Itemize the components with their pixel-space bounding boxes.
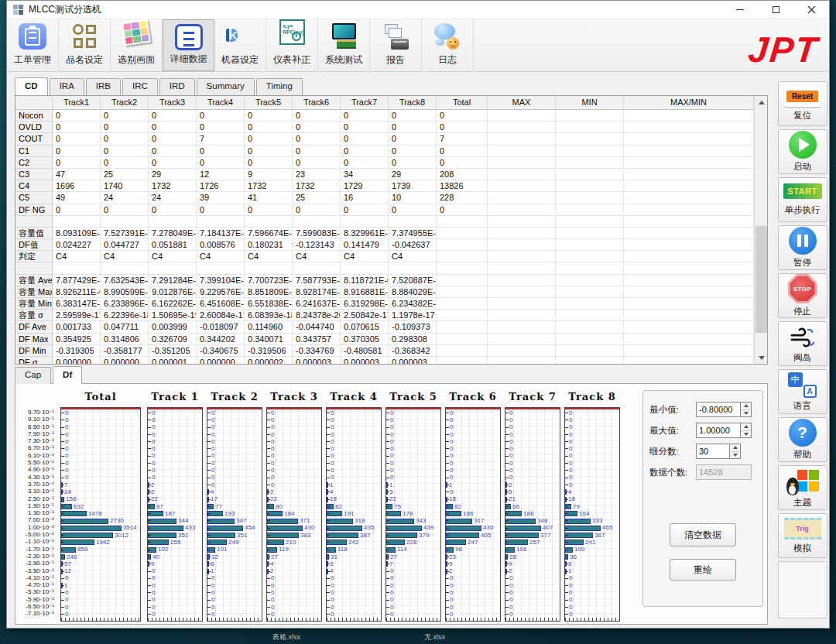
tab-cap[interactable]: Cap: [15, 367, 51, 384]
axis-tick-icon: [267, 499, 270, 500]
plot-frame: 0000000000222287187344433351255102409000…: [147, 407, 203, 622]
bin-count-label: 439: [423, 525, 433, 531]
axis-tick-icon: [207, 585, 211, 586]
min-value-spinner[interactable]: [741, 402, 752, 417]
cell: 7.877429E-06: [53, 275, 101, 286]
bin-count-label: 0: [152, 597, 155, 603]
bins-spinner[interactable]: [730, 444, 741, 459]
toolbar-button-sorting-screen[interactable]: 选别画面: [111, 19, 163, 71]
maximize-button[interactable]: [758, 1, 793, 19]
y-axis-tick-label: 5.50·10⁻¹: [15, 459, 57, 466]
histogram-bin: 0: [565, 481, 619, 488]
tab-cd[interactable]: CD: [15, 77, 48, 95]
table-scrollbar[interactable]: [754, 96, 767, 364]
axis-tick-icon: [207, 506, 211, 507]
axis-tick-icon: [207, 614, 211, 615]
cell: [437, 345, 488, 357]
cell: 6.451608E-06: [197, 298, 245, 310]
tab-irb[interactable]: IRB: [86, 78, 121, 95]
histogram-bar: [267, 526, 303, 531]
sidebar-button-play[interactable]: 启动: [778, 129, 827, 174]
sidebar-button-help[interactable]: ?帮助: [778, 417, 827, 462]
tab-timing[interactable]: Timing: [256, 78, 303, 95]
tab-df[interactable]: Df: [53, 366, 82, 384]
toolbar-button-product-name[interactable]: 品名设定: [59, 19, 111, 71]
bin-count-label: 3: [389, 489, 392, 495]
histogram-bin: 22: [267, 496, 321, 503]
axis-tick-icon: [446, 535, 449, 536]
sidebar-button-wind[interactable]: 阀岛: [778, 321, 827, 366]
desktop-file-label[interactable]: 表格.xlsx: [272, 632, 300, 642]
table-row: [15, 216, 754, 228]
sidebar-button-simulate[interactable]: Trig模拟: [778, 513, 827, 558]
cell: 7.700723E-06: [245, 275, 293, 286]
histogram-bin: 0: [207, 589, 262, 596]
scroll-down-arrow[interactable]: [755, 351, 767, 364]
toolbar-button-detail-data[interactable]: 详细数据: [163, 19, 214, 71]
tab-summary[interactable]: Summary: [197, 78, 255, 95]
toolbar-button-machine-settings[interactable]: K 机器设定: [214, 19, 266, 71]
bin-count-label: 2: [270, 568, 273, 574]
sidebar-button-translate[interactable]: 中A语言: [778, 369, 827, 414]
bin-count-label: 0: [211, 583, 214, 589]
histogram-bin: 0: [148, 597, 202, 604]
bin-count-label: 82: [454, 504, 461, 510]
cell: 0.000000: [197, 357, 245, 364]
sidebar-button-theme[interactable]: 主题: [778, 465, 827, 510]
histogram-bin: 0: [386, 568, 440, 575]
sidebar-button-start[interactable]: START单步执行: [778, 177, 827, 222]
scrollbar-thumb[interactable]: [755, 226, 767, 333]
histogram-bin: 191: [327, 510, 381, 517]
max-value-field[interactable]: 1.00000: [696, 423, 741, 438]
sidebar-button-stop[interactable]: STOP停止: [778, 273, 827, 318]
bin-count-label: 351: [237, 533, 247, 539]
histogram-bin: 3: [386, 488, 440, 495]
close-button[interactable]: [793, 1, 829, 19]
cell: 7: [197, 133, 245, 145]
tab-ird[interactable]: IRD: [159, 78, 195, 95]
minimize-button[interactable]: [722, 1, 758, 19]
sidebar-button-reset[interactable]: Reset复位: [778, 81, 827, 126]
tab-irc[interactable]: IRC: [122, 78, 158, 95]
toolbar-button-work-order[interactable]: 工单管理: [7, 19, 59, 71]
axis-tick-icon: [61, 492, 64, 492]
scroll-up-arrow[interactable]: [755, 96, 767, 108]
histogram-bin: 79: [565, 503, 619, 510]
cell: [556, 239, 624, 251]
cell: -0.368342: [389, 345, 437, 357]
cell: 0: [293, 204, 341, 216]
bin-count-label: 0: [65, 461, 68, 467]
histogram-bin: 23: [446, 553, 500, 560]
histogram-bin: 0: [267, 481, 321, 488]
histogram-bin: 0: [505, 431, 560, 438]
axis-tick-icon: [386, 520, 389, 521]
bin-count-label: 367: [594, 533, 605, 539]
toolbar-button-system-test[interactable]: 系统测试: [318, 19, 370, 71]
redraw-button[interactable]: 重绘: [670, 559, 736, 581]
bins-field[interactable]: 30: [696, 444, 730, 459]
histogram-bin: 0: [327, 597, 381, 604]
max-value-spinner[interactable]: [741, 423, 752, 438]
histogram-bin: 0: [565, 589, 619, 596]
axis-tick-icon: [267, 600, 270, 601]
axis-tick-icon: [207, 463, 211, 464]
bin-count-label: 351: [178, 533, 188, 539]
stop-icon: STOP: [788, 274, 817, 303]
desktop-file-label[interactable]: 无.xlsx: [424, 632, 445, 642]
bin-count-label: 0: [509, 446, 512, 452]
cell: -0.018097: [197, 321, 245, 333]
histogram-bin: 257: [505, 539, 560, 546]
tab-ira[interactable]: IRA: [50, 78, 84, 95]
toolbar-button-meter-calibration[interactable]: x,y= RPC(x,y) 仪表补正: [266, 19, 318, 71]
min-value-field[interactable]: -0.80000: [696, 402, 741, 417]
histogram-bin: 0: [327, 453, 381, 460]
histogram-bin: 0: [386, 445, 440, 452]
toolbar-button-log[interactable]: 日志: [422, 19, 474, 71]
toolbar-button-report[interactable]: 报告: [370, 19, 422, 71]
sidebar-button-pause[interactable]: 暂停: [778, 225, 827, 270]
clear-data-button[interactable]: 清空数据: [670, 523, 736, 546]
bin-count-label: 0: [271, 417, 274, 423]
table-row: C2000000000: [15, 157, 754, 169]
axis-tick-icon: [505, 413, 509, 413]
cell: [556, 334, 624, 345]
